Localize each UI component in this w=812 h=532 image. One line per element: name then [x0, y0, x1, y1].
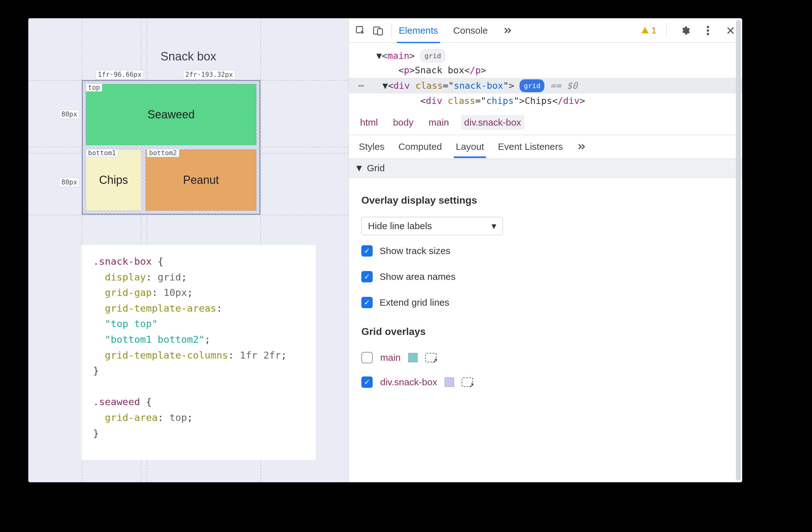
settings-icon[interactable]	[677, 22, 694, 39]
devtools-window: Snack box 1fr·96.66px 2fr·193.32px 80px …	[28, 18, 742, 482]
track-label-row1: 80px	[59, 110, 79, 119]
checkbox-area-names[interactable]: ✓	[361, 271, 373, 282]
tab-console[interactable]: Console	[451, 19, 490, 42]
checkbox-overlay-snackbox[interactable]: ✓	[361, 377, 373, 388]
track-label-col2: 2fr·193.32px	[183, 70, 235, 79]
dom-tree[interactable]: ▼<main> grid <p>Snack box</p> ⋯ ▼<div cl…	[349, 43, 742, 110]
styles-subtabs: Styles Computed Layout Event Listeners	[349, 135, 742, 159]
crumb-html[interactable]: html	[357, 115, 381, 130]
overlay-label-main[interactable]: main	[380, 352, 401, 363]
svg-rect-2	[378, 29, 383, 35]
subtab-more-chevron[interactable]	[576, 136, 587, 157]
grid-cell-peanut: Peanut	[146, 150, 256, 211]
subtab-listeners[interactable]: Event Listeners	[497, 136, 564, 158]
grid-cell-chips: Chips	[86, 150, 141, 211]
track-label-col1: 1fr·96.66px	[96, 70, 144, 79]
devtools-toolbar: Elements Console 1	[349, 18, 742, 43]
kebab-menu-icon[interactable]	[699, 22, 716, 39]
area-label-bottom1: bottom1	[86, 149, 118, 157]
overlay-color-main[interactable]	[408, 353, 418, 362]
crumb-main[interactable]: main	[425, 115, 452, 130]
label-extend-lines: Extend grid lines	[380, 297, 449, 308]
line-labels-select[interactable]: Hide line labels ▾	[361, 217, 503, 235]
highlight-icon[interactable]	[425, 353, 436, 362]
grid-section-header[interactable]: ▼ Grid	[349, 159, 742, 178]
grid-overlays-title: Grid overlays	[361, 326, 729, 337]
checkbox-track-sizes[interactable]: ✓	[361, 245, 373, 256]
grid-overlay-box: top bottom1 bottom2 Seaweed Chips Peanut	[82, 80, 260, 215]
label-area-names: Show area names	[380, 271, 456, 282]
selected-dom-node[interactable]: ⋯ ▼<div class="snack-box"> grid== $0	[349, 78, 742, 94]
svg-point-4	[707, 29, 709, 32]
subtab-styles[interactable]: Styles	[358, 136, 385, 158]
tab-more-chevron[interactable]	[501, 19, 514, 42]
label-track-sizes: Show track sizes	[380, 246, 450, 256]
overlay-label-snackbox[interactable]: div.snack-box	[380, 377, 437, 388]
checkbox-extend-lines[interactable]: ✓	[361, 297, 373, 308]
crumb-body[interactable]: body	[390, 115, 417, 130]
caret-down-icon: ▾	[492, 220, 496, 232]
dom-breadcrumbs: html body main div.snack-box	[349, 110, 742, 135]
scrollbar[interactable]	[736, 20, 741, 480]
crumb-snackbox[interactable]: div.snack-box	[461, 115, 524, 130]
page-title: Snack box	[28, 50, 348, 63]
source-code-preview: .snack-box { display: grid; grid-gap: 10…	[82, 245, 316, 460]
overlay-color-snackbox[interactable]	[445, 377, 454, 387]
layout-panel: Overlay display settings Hide line label…	[349, 178, 742, 401]
warnings-badge[interactable]: 1	[641, 26, 656, 36]
highlight-icon[interactable]	[462, 377, 473, 387]
svg-point-5	[707, 33, 709, 35]
grid-badge[interactable]: grid	[420, 50, 445, 62]
triangle-down-icon: ▼	[354, 163, 364, 173]
device-toggle-icon[interactable]	[369, 22, 387, 39]
grid-badge-active[interactable]: grid	[520, 79, 545, 92]
page-preview-pane: Snack box 1fr·96.66px 2fr·193.32px 80px …	[28, 18, 348, 482]
area-label-top: top	[86, 83, 102, 92]
area-label-bottom2: bottom2	[147, 149, 179, 157]
svg-point-3	[707, 26, 709, 28]
checkbox-overlay-main[interactable]	[361, 352, 373, 363]
inspect-icon[interactable]	[352, 22, 369, 39]
overlay-settings-title: Overlay display settings	[361, 195, 729, 206]
tab-elements[interactable]: Elements	[397, 19, 440, 42]
grid-cell-seaweed: Seaweed	[86, 84, 256, 145]
subtab-computed[interactable]: Computed	[398, 136, 443, 158]
track-label-row2: 80px	[59, 178, 79, 187]
subtab-layout[interactable]: Layout	[455, 136, 484, 158]
devtools-pane: Elements Console 1	[348, 18, 742, 482]
ellipsis-icon[interactable]: ⋯	[354, 81, 368, 90]
